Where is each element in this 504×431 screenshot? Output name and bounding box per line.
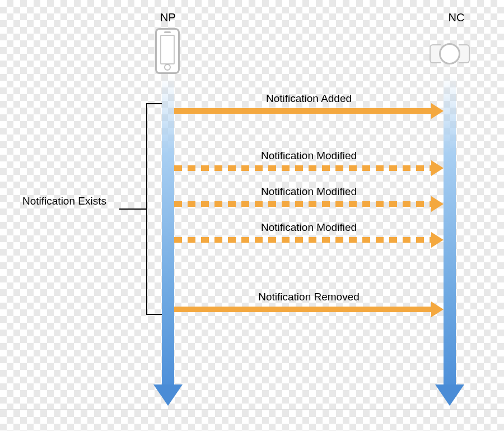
lifeline-np (162, 76, 174, 406)
msg-mod1 (174, 165, 444, 171)
msg-mod2-label: Notification Modified (174, 186, 444, 198)
bracket (146, 103, 162, 315)
actor-np-label: NP (151, 11, 185, 24)
msg-mod3 (174, 237, 444, 243)
actor-nc-label: NC (440, 11, 473, 24)
bracket-label: Notification Exists (22, 195, 106, 207)
msg-mod1-label: Notification Modified (174, 150, 444, 162)
msg-added-label: Notification Added (174, 92, 444, 105)
lifeline-nc (444, 76, 456, 406)
msg-removed (174, 307, 444, 312)
msg-removed-label: Notification Removed (174, 291, 444, 303)
phone-icon (155, 28, 180, 74)
msg-added (174, 108, 444, 114)
msg-mod3-label: Notification Modified (174, 221, 444, 234)
sequence-diagram: NP NC Notification Exists Notification A… (0, 0, 504, 410)
msg-mod2 (174, 201, 444, 207)
watch-icon (430, 41, 470, 66)
divider (0, 409, 504, 410)
